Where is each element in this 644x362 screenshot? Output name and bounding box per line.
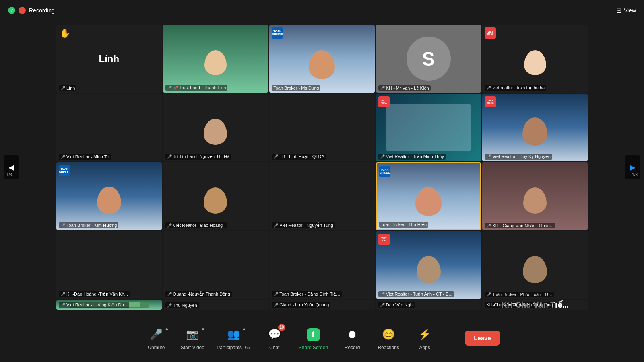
reactions-icon-area: 😊 <box>380 326 397 343</box>
mute-icon-23: 🎤 <box>273 303 278 307</box>
prev-page-button[interactable]: 1/3 <box>4 155 19 179</box>
avatar-4: S <box>407 37 451 81</box>
leave-button[interactable]: Leave <box>465 331 500 346</box>
apps-icon: ⚡ <box>418 328 431 341</box>
participants-chevron[interactable]: ▲ <box>242 326 246 331</box>
mute-icon-13: 🎤 <box>273 223 278 228</box>
video-cell-24[interactable]: 🎤 Đào Văn Nghị <box>376 300 481 310</box>
video-cell-10[interactable]: VIETREAL 🎤 Viet Realtor - Duy Kỳ Nguyễn <box>482 94 588 161</box>
start-video-label: Start Video <box>181 345 204 350</box>
mute-icon-5: 🎤 <box>486 86 491 90</box>
share-screen-icon: ⬆ <box>307 328 320 341</box>
cell-name-15: 🎤 KH - Giang Văn Nhàn - Hoàn... <box>485 223 555 228</box>
video-cell-2[interactable]: 🎤 📌 Trust Land - Thanh Lịch <box>163 25 268 93</box>
mute-icon-9: 🎤 <box>380 154 385 159</box>
viet-logo-10: VIETREAL <box>485 96 496 107</box>
mute-icon-16: 🎤 <box>60 292 65 296</box>
chat-icon: 💬 <box>268 328 281 341</box>
record-label: Record <box>345 345 360 350</box>
hand-raise-icon: ✋ <box>60 28 70 39</box>
participants-icon-area: 👥 ▲ <box>225 326 242 343</box>
camera-off-icon: 📷 <box>186 328 199 341</box>
reactions-button[interactable]: 😊 Reactions <box>376 326 400 350</box>
video-cell-20[interactable]: 🎤 Toàn Broker - Phúc Toàn - G... <box>482 231 588 299</box>
record-icon-area: ⏺ <box>344 326 361 343</box>
page-indicator-left: 1/3 <box>6 173 12 177</box>
record-icon: ⏺ <box>347 328 357 341</box>
cell-name-4: 🎤 KH - Mr Van - Lê Kiên <box>378 85 431 91</box>
video-cell-1[interactable]: ✋ Lính 🎤 Lính <box>56 25 162 93</box>
mute-icon-21: 🎤 <box>60 303 65 307</box>
cell-name-23: 🎤 Gland - Lưu Xuân Quang <box>272 302 330 308</box>
cell-name-25: KH-Chu Văn Tiến-Kiều Việt Hùng <box>485 302 554 308</box>
video-cell-25[interactable]: KH-Chu Văn Tiế... KH-Chu Văn Tiến-Kiều V… <box>482 300 588 310</box>
share-screen-icon-area: ⬆ <box>305 326 322 343</box>
mute-icon-15: 🎤 <box>486 224 491 228</box>
viet-logo-9: VIETREAL <box>378 96 390 107</box>
video-cell-11[interactable]: TOANSHINDE 🎤 Toan Broker - Kim Hương <box>56 162 162 230</box>
record-button[interactable]: ⏺ Record <box>340 326 364 350</box>
view-button[interactable]: ⊞ View <box>616 7 636 14</box>
apps-icon-area: ⚡ <box>416 326 433 343</box>
grid-icon: ⊞ <box>616 7 621 14</box>
mute-icon-10: 🎤 <box>486 154 491 159</box>
chat-button[interactable]: 💬 10 Chat <box>262 326 287 350</box>
reactions-label: Reactions <box>378 345 399 350</box>
cell-name-14: Toan Broker - Thu Hiền <box>379 222 428 228</box>
video-cell-4[interactable]: S 🎤 KH - Mr Van - Lê Kiên <box>376 25 481 93</box>
video-cell-15[interactable]: 🎤 KH - Giang Văn Nhàn - Hoàn... <box>482 162 588 230</box>
cell-name-8: 🎤 TB - Linh Hoạt - QLDA <box>272 154 326 160</box>
mute-icon-17: 🎤 <box>167 292 172 296</box>
share-screen-button[interactable]: ⬆ Share Screen <box>299 326 328 350</box>
cell-name-20: 🎤 Toàn Broker - Phúc Toàn - G... <box>485 292 553 297</box>
participant-name-large: Lính <box>99 53 119 64</box>
chat-label: Chat <box>269 345 279 350</box>
cell-name-18: 🎤 Toan Broker - Đặng Đình Tiế... <box>272 291 341 297</box>
cell-name-19: 🎤 Viet Realtor - Tuấn Anh - CT - B... <box>378 291 454 297</box>
start-video-icon-area: 📷 ▲ <box>184 326 201 343</box>
video-cell-22[interactable]: 🎤 Thu Nguyen <box>163 300 268 310</box>
video-cell-5[interactable]: VIETREAL 🎤 viet realtor - trần thị thu h… <box>482 25 588 93</box>
microphone-muted-icon: 🎤 <box>150 328 163 341</box>
top-bar: Recording ⊞ View <box>0 0 644 21</box>
view-label: View <box>624 7 636 14</box>
mute-icon-8: 🎤 <box>273 154 278 159</box>
video-cell-7[interactable]: 🎤 Trí Tín Land- Nguyễn Thị Hà <box>163 94 268 161</box>
cell-name-12: 🎤 Việt Realtor - Đào Hoàng - <box>165 222 227 228</box>
video-chevron[interactable]: ▲ <box>201 326 205 331</box>
participants-button[interactable]: 👥 ▲ Participants 65 <box>217 326 250 350</box>
video-cell-13[interactable]: 🎤 Viet Realtor - Nguyễn Tùng <box>269 162 375 230</box>
cell-name-22: 🎤 Thu Nguyen <box>165 302 199 308</box>
mute-icon-19: 🎤 <box>380 292 385 296</box>
video-cell-9[interactable]: VIETREAL 🎤 Viet Realtor - Trần Minh Thúy <box>376 94 481 161</box>
chat-icon-area: 💬 10 <box>266 326 283 343</box>
video-cell-12[interactable]: 🎤 Việt Realtor - Đào Hoàng - <box>163 162 268 230</box>
start-video-button[interactable]: 📷 ▲ Start Video <box>180 326 204 350</box>
cell-name-11: 🎤 Toan Broker - Kim Hương <box>59 222 118 228</box>
video-cell-8[interactable]: 🎤 TB - Linh Hoạt - QLDA <box>269 94 375 161</box>
video-cell-3[interactable]: TOANSHINDE Toan Broker - Ms Dung <box>269 25 375 93</box>
cell-name-13: 🎤 Viet Realtor - Nguyễn Tùng <box>272 222 335 228</box>
bottom-bar: 🎤 ▲ Unmute 📷 ▲ Start Video 👥 ▲ Participa… <box>0 314 644 362</box>
video-cell-23[interactable]: 🎤 Gland - Lưu Xuân Quang <box>269 300 375 310</box>
mute-icon-1: 🎤 <box>60 86 65 90</box>
participants-label: Participants 65 <box>217 345 250 350</box>
video-cell-6[interactable]: 🎤 Viet Realtor - Minh Trí <box>56 94 162 161</box>
apps-button[interactable]: ⚡ Apps <box>413 326 437 350</box>
unmute-button[interactable]: 🎤 ▲ Unmute <box>144 326 168 350</box>
mute-icon-22: 🎤 <box>167 303 172 308</box>
unmute-icon-area: 🎤 ▲ <box>148 326 165 343</box>
cell-name-10: 🎤 Viet Realtor - Duy Kỳ Nguyễn <box>485 154 552 160</box>
video-cell-17[interactable]: 🎤 Quang -Nguyễn Thanh Đông <box>163 231 268 299</box>
video-cell-14[interactable]: TOANSHINDE Toan Broker - Thu Hiền <box>376 162 481 230</box>
video-cell-16[interactable]: 🎤 KH-Đào Hoàng -Trần Văn Kh... <box>56 231 162 299</box>
video-cell-21[interactable]: 🎤 Viet Realtor - Hoàng Kiều Du... <box>56 300 162 310</box>
mute-icon-12: 🎤 <box>167 223 172 228</box>
share-screen-label: Share Screen <box>299 345 328 350</box>
video-cell-18[interactable]: 🎤 Toan Broker - Đặng Đình Tiế... <box>269 231 375 299</box>
mute-icon-20: 🎤 <box>486 292 491 297</box>
unmute-chevron[interactable]: ▲ <box>165 326 169 331</box>
viet-logo-5: VIETREAL <box>485 27 496 39</box>
video-cell-19[interactable]: VIETREAL 🎤 Viet Realtor - Tuấn Anh - CT … <box>376 231 481 299</box>
next-page-button[interactable]: 1/3 <box>625 155 640 179</box>
